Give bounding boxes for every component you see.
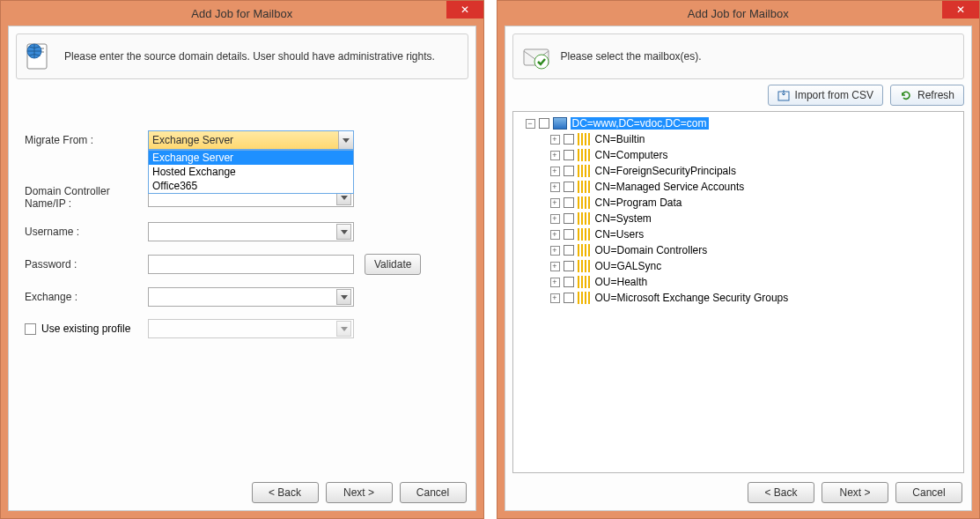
back-button[interactable]: < Back bbox=[252, 482, 319, 503]
tree-node-label: OU=Health bbox=[595, 276, 648, 288]
tree-checkbox[interactable] bbox=[564, 197, 574, 208]
expand-icon[interactable]: + bbox=[550, 167, 560, 176]
ou-icon bbox=[578, 244, 592, 256]
tree-checkbox[interactable] bbox=[564, 277, 574, 287]
import-csv-label: Import from CSV bbox=[795, 89, 873, 101]
ou-icon bbox=[578, 196, 592, 209]
tree-node-row[interactable]: +OU=GALSync bbox=[515, 258, 962, 274]
window-title: Add Job for Mailbox bbox=[688, 7, 789, 20]
tree-node-row[interactable]: +OU=Microsoft Exchange Security Groups bbox=[515, 290, 962, 306]
label-use-existing-profile: Use existing profile bbox=[41, 323, 130, 335]
tree-node-row[interactable]: +CN=Managed Service Accounts bbox=[515, 179, 962, 195]
refresh-button[interactable]: Refresh bbox=[890, 85, 964, 106]
info-panel: Please select the mailbox(es). bbox=[512, 33, 965, 79]
expand-icon[interactable]: + bbox=[550, 293, 560, 303]
profile-combobox bbox=[148, 319, 354, 338]
next-button[interactable]: Next > bbox=[822, 482, 888, 503]
window-source-domain: Add Job for Mailbox ✕ Please enter the s… bbox=[0, 0, 484, 519]
tree-node-label: CN=Managed Service Accounts bbox=[595, 181, 745, 193]
collapse-icon[interactable]: − bbox=[526, 119, 535, 129]
tree-node-row[interactable]: +CN=Builtin bbox=[515, 131, 962, 147]
tree-checkbox[interactable] bbox=[564, 245, 574, 256]
expand-icon[interactable]: + bbox=[550, 198, 560, 208]
dropdown-option[interactable]: Hosted Exchange bbox=[149, 165, 353, 179]
label-username: Username : bbox=[25, 226, 148, 238]
tree-checkbox[interactable] bbox=[564, 134, 574, 145]
tree-node-row[interactable]: +OU=Domain Controllers bbox=[515, 242, 962, 258]
expand-icon[interactable]: + bbox=[550, 182, 560, 192]
tree-checkbox[interactable] bbox=[564, 182, 574, 192]
tree-node-row[interactable]: +OU=Health bbox=[515, 274, 962, 290]
exchange-combobox[interactable] bbox=[148, 287, 354, 307]
mailbox-tree[interactable]: − DC=www,DC=vdoc,DC=com +CN=Builtin+CN=C… bbox=[512, 111, 965, 473]
mailbox-check-icon bbox=[522, 42, 550, 70]
title-bar[interactable]: Add Job for Mailbox ✕ bbox=[497, 1, 980, 26]
tree-checkbox[interactable] bbox=[564, 293, 574, 303]
import-csv-button[interactable]: Import from CSV bbox=[768, 85, 883, 106]
info-text: Please enter the source domain details. … bbox=[64, 49, 435, 63]
tree-node-row[interactable]: +CN=System bbox=[515, 211, 962, 226]
close-button[interactable]: ✕ bbox=[942, 1, 979, 19]
tree-checkbox[interactable] bbox=[564, 213, 574, 224]
migrate-from-combobox[interactable]: Exchange Server Exchange Server Hosted E… bbox=[148, 130, 354, 150]
tree-checkbox[interactable] bbox=[564, 150, 574, 160]
tree-node-label: CN=Builtin bbox=[595, 133, 645, 145]
migrate-from-value: Exchange Server bbox=[152, 134, 233, 146]
tree-node-label: CN=ForeignSecurityPrincipals bbox=[595, 165, 736, 177]
ou-icon bbox=[578, 260, 592, 272]
ou-icon bbox=[578, 292, 592, 304]
tree-node-row[interactable]: +CN=Users bbox=[515, 226, 962, 242]
username-combobox[interactable] bbox=[148, 222, 354, 241]
ou-icon bbox=[578, 165, 592, 177]
tree-node-label: OU=Microsoft Exchange Security Groups bbox=[595, 292, 789, 304]
tree-node-row[interactable]: +CN=ForeignSecurityPrincipals bbox=[515, 163, 962, 179]
tree-node-label: OU=GALSync bbox=[595, 260, 662, 272]
use-existing-profile-checkbox[interactable] bbox=[25, 323, 36, 335]
tree-checkbox[interactable] bbox=[564, 229, 574, 240]
next-button[interactable]: Next > bbox=[326, 482, 393, 503]
dropdown-button[interactable] bbox=[336, 224, 351, 240]
expand-icon[interactable]: + bbox=[550, 135, 560, 145]
refresh-label: Refresh bbox=[917, 89, 954, 101]
validate-button[interactable]: Validate bbox=[365, 254, 421, 275]
ou-icon bbox=[578, 276, 592, 288]
title-bar[interactable]: Add Job for Mailbox ✕ bbox=[1, 1, 483, 26]
label-exchange: Exchange : bbox=[25, 291, 148, 303]
expand-icon[interactable]: + bbox=[550, 151, 560, 160]
expand-icon[interactable]: + bbox=[550, 246, 560, 256]
tree-checkbox[interactable] bbox=[539, 118, 549, 129]
expand-icon[interactable]: + bbox=[550, 262, 560, 271]
password-input[interactable] bbox=[148, 255, 354, 274]
dropdown-option[interactable]: Exchange Server bbox=[149, 151, 353, 165]
back-button[interactable]: < Back bbox=[748, 482, 814, 503]
dropdown-button[interactable] bbox=[336, 289, 351, 305]
ou-icon bbox=[578, 133, 592, 145]
label-password: Password : bbox=[25, 258, 148, 271]
tree-node-row[interactable]: +CN=Program Data bbox=[515, 195, 962, 211]
tree-checkbox[interactable] bbox=[564, 261, 574, 271]
ou-icon bbox=[578, 212, 592, 225]
label-dc-name: Domain Controller Name/IP : bbox=[25, 185, 148, 210]
tree-checkbox[interactable] bbox=[564, 166, 574, 176]
cancel-button[interactable]: Cancel bbox=[895, 482, 962, 503]
import-icon bbox=[777, 89, 790, 101]
expand-icon[interactable]: + bbox=[550, 278, 560, 287]
chevron-down-icon bbox=[341, 327, 348, 331]
tree-node-label: CN=Users bbox=[595, 228, 645, 241]
expand-icon[interactable]: + bbox=[550, 214, 560, 224]
dropdown-option[interactable]: Office365 bbox=[149, 179, 353, 193]
dropdown-button[interactable] bbox=[338, 131, 353, 149]
expand-icon[interactable]: + bbox=[550, 230, 560, 240]
info-text: Please select the mailbox(es). bbox=[561, 49, 702, 63]
window-title: Add Job for Mailbox bbox=[191, 7, 292, 20]
tree-node-label: CN=Program Data bbox=[595, 196, 682, 209]
chevron-down-icon bbox=[341, 295, 348, 300]
dropdown-button bbox=[336, 321, 351, 337]
migrate-from-dropdown-list: Exchange Server Hosted Exchange Office36… bbox=[148, 150, 354, 194]
tree-node-row[interactable]: +CN=Computers bbox=[515, 147, 962, 163]
tree-root-row[interactable]: − DC=www,DC=vdoc,DC=com bbox=[515, 115, 962, 131]
close-button[interactable]: ✕ bbox=[446, 1, 483, 19]
close-icon: ✕ bbox=[956, 4, 965, 15]
refresh-icon bbox=[900, 89, 912, 101]
cancel-button[interactable]: Cancel bbox=[400, 482, 467, 503]
